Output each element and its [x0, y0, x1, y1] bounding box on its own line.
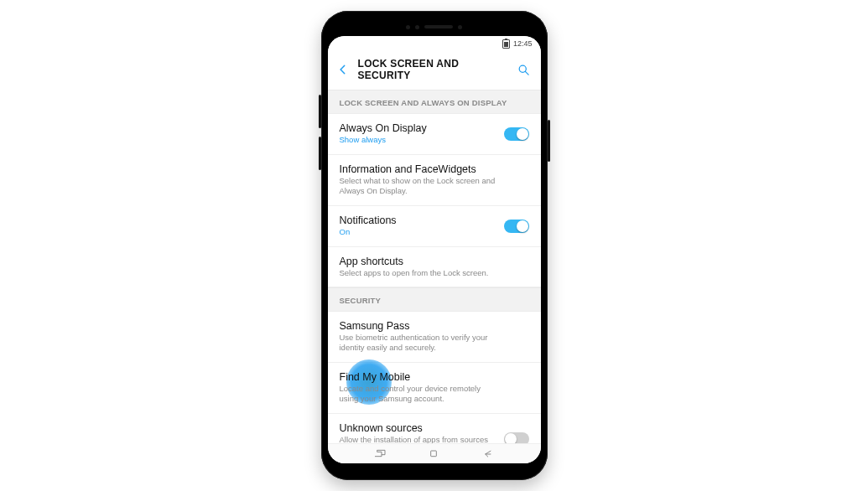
- row-subtitle: Locate and control your device remotely …: [340, 384, 529, 404]
- row-title: App shortcuts: [340, 256, 529, 267]
- recents-icon: [373, 449, 387, 459]
- row-subtitle: Allow the installation of apps from sour…: [340, 435, 529, 443]
- row-find-my-mobile[interactable]: Find My Mobile Locate and control your d…: [328, 363, 541, 414]
- toggle-unknown-sources[interactable]: [504, 432, 529, 443]
- battery-icon: [502, 39, 510, 49]
- status-bar: 12:45: [328, 36, 541, 51]
- search-icon: [517, 64, 530, 76]
- phone-sensor-cluster: [328, 19, 541, 34]
- row-app-shortcuts[interactable]: App shortcuts Select apps to open from t…: [328, 247, 541, 288]
- row-title: Information and FaceWidgets: [340, 163, 529, 175]
- toggle-always-on-display[interactable]: [504, 127, 529, 141]
- svg-line-1: [525, 71, 528, 75]
- row-unknown-sources[interactable]: Unknown sources Allow the installation o…: [328, 414, 541, 443]
- row-title: Unknown sources: [340, 422, 529, 434]
- page-title: LOCK SCREEN AND SECURITY: [358, 58, 509, 81]
- row-subtitle: Select what to show on the Lock screen a…: [340, 176, 529, 196]
- volume-up-button[interactable]: [319, 95, 321, 128]
- row-subtitle: Use biometric authentication to verify y…: [340, 333, 529, 353]
- row-title: Samsung Pass: [340, 320, 529, 332]
- row-subtitle: Select apps to open from the Lock screen…: [340, 268, 529, 278]
- toggle-notifications[interactable]: [504, 220, 529, 233]
- home-button[interactable]: [424, 447, 443, 461]
- search-button[interactable]: [516, 61, 533, 78]
- nav-back-icon: [481, 449, 495, 459]
- back-button[interactable]: [335, 61, 351, 78]
- volume-down-button[interactable]: [319, 137, 321, 170]
- navigation-bar: [328, 443, 541, 463]
- settings-list[interactable]: LOCK SCREEN AND ALWAYS ON DISPLAY Always…: [328, 90, 541, 443]
- section-header: SECURITY: [328, 287, 541, 312]
- app-bar: LOCK SCREEN AND SECURITY: [328, 51, 541, 90]
- nav-back-button[interactable]: [479, 447, 497, 461]
- phone-screen: 12:45 LOCK SCREEN AND SECURITY LOCK SCRE…: [328, 36, 541, 463]
- row-subtitle: Show always: [340, 135, 529, 145]
- row-information-facewidgets[interactable]: Information and FaceWidgets Select what …: [328, 155, 541, 206]
- home-icon: [427, 449, 440, 459]
- power-button[interactable]: [548, 120, 550, 162]
- row-always-on-display[interactable]: Always On Display Show always: [328, 114, 541, 155]
- row-notifications[interactable]: Notifications On: [328, 206, 541, 247]
- row-title: Find My Mobile: [340, 371, 529, 383]
- row-title: Always On Display: [340, 122, 529, 134]
- recents-button[interactable]: [371, 447, 389, 461]
- row-samsung-pass[interactable]: Samsung Pass Use biometric authenticatio…: [328, 312, 541, 363]
- row-subtitle: On: [340, 227, 529, 237]
- row-title: Notifications: [340, 214, 529, 226]
- chevron-left-icon: [337, 64, 349, 75]
- clock: 12:45: [513, 39, 533, 48]
- svg-rect-2: [431, 451, 437, 457]
- section-header: LOCK SCREEN AND ALWAYS ON DISPLAY: [328, 90, 541, 114]
- phone-frame: 12:45 LOCK SCREEN AND SECURITY LOCK SCRE…: [321, 11, 548, 480]
